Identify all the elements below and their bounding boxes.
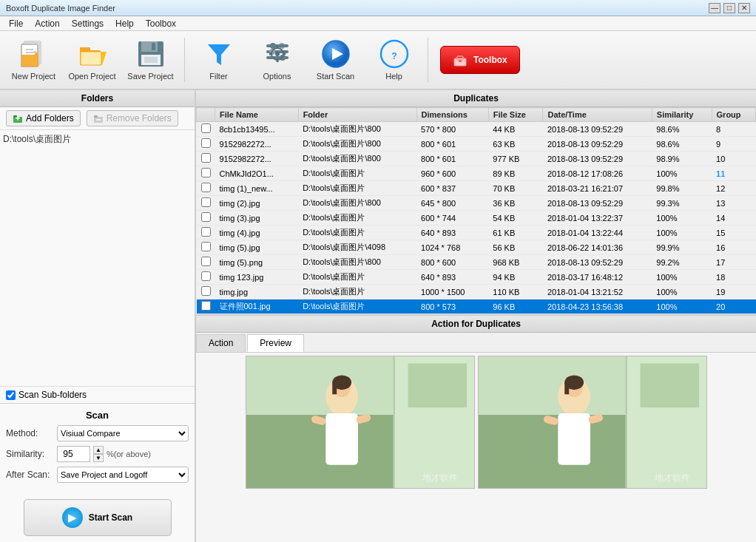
- row-checkbox[interactable]: [201, 183, 211, 192]
- dimensions-cell: 533 * 292: [416, 314, 488, 315]
- svg-rect-25: [276, 59, 278, 62]
- menu-action[interactable]: Action: [29, 17, 65, 30]
- row-checkbox[interactable]: [201, 227, 211, 237]
- folders-header: Folders: [0, 90, 195, 107]
- filename-cell: timg (4).jpg: [215, 226, 299, 240]
- filter-button[interactable]: Filter: [191, 34, 246, 86]
- table-header-row: File Name Folder Dimensions File Size Da…: [197, 108, 756, 122]
- table-row[interactable]: 9152982272...D:\tools\桌面图片\800800 * 6019…: [197, 152, 756, 166]
- table-row[interactable]: timg (5).jpgD:\tools\桌面图片\40981024 * 768…: [197, 240, 756, 255]
- remove-folders-label: Remove Folders: [107, 113, 172, 123]
- filesize-cell: 94 KB: [488, 270, 543, 285]
- dimensions-cell: 800 * 601: [416, 137, 488, 152]
- folder-cell: D:\tools\桌面图片: [298, 270, 416, 285]
- similarity-up[interactable]: ▲: [93, 446, 104, 454]
- table-row[interactable]: timg (5).pngD:\tools\桌面图片\800800 * 60096…: [197, 255, 756, 270]
- table-row[interactable]: 证件照001.jpgD:\tools\桌面图片800 * 57396 KB201…: [197, 299, 756, 314]
- start-scan-button[interactable]: ▶ Start Scan: [24, 499, 172, 536]
- folder-list: D:\tools\桌面图片: [0, 130, 195, 386]
- similarity-down[interactable]: ▼: [93, 454, 104, 462]
- close-button[interactable]: ✕: [738, 3, 750, 13]
- left-panel: Folders + Add Folders Remove Folders: [0, 90, 196, 542]
- svg-rect-45: [408, 364, 466, 408]
- row-checkbox[interactable]: [201, 242, 211, 251]
- dimensions-cell: 600 * 744: [416, 211, 488, 226]
- col-filename[interactable]: File Name: [215, 108, 299, 122]
- menu-toolbox[interactable]: Toolbox: [140, 17, 182, 30]
- col-group[interactable]: Group: [712, 108, 755, 122]
- table-row[interactable]: timg.jpgD:\tools\桌面图片1000 * 1500110 KB20…: [197, 285, 756, 299]
- group-cell: 11: [712, 166, 755, 181]
- tab-action[interactable]: Action: [196, 334, 246, 352]
- scan-subfolders-label: Scan Sub-folders: [18, 390, 87, 400]
- minimize-button[interactable]: —: [709, 3, 720, 13]
- row-checkbox[interactable]: [201, 301, 211, 311]
- menu-settings[interactable]: Settings: [66, 17, 109, 30]
- method-row: Method: Visiual Compare: [6, 425, 189, 441]
- row-checkbox[interactable]: [201, 212, 211, 222]
- save-project-button[interactable]: Save Project: [123, 34, 178, 86]
- similarity-input[interactable]: [57, 446, 90, 462]
- filename-cell: 9152982272...: [215, 152, 299, 166]
- duplicates-header: Duplicates: [196, 90, 756, 107]
- row-checkbox[interactable]: [201, 123, 211, 133]
- main-layout: Folders + Add Folders Remove Folders: [0, 90, 756, 542]
- table-row[interactable]: timg 123.jpgD:\tools\桌面图片640 * 89394 KB2…: [197, 270, 756, 285]
- tab-preview[interactable]: Preview: [247, 334, 304, 352]
- table-row[interactable]: 9152982272...D:\tools\桌面图片\800800 * 6016…: [197, 137, 756, 152]
- row-checkbox[interactable]: [201, 271, 211, 281]
- datetime-cell: 2018-04-23 13:56:38: [543, 299, 652, 314]
- window-controls[interactable]: — □ ✕: [709, 3, 750, 13]
- similarity-spinner[interactable]: ▲ ▼: [93, 446, 104, 462]
- similarity-cell: 99.2%: [652, 255, 712, 270]
- table-row[interactable]: timg (3).jpgD:\tools\桌面图片600 * 74454 KB2…: [197, 211, 756, 226]
- toolbox-button[interactable]: Toolbox: [440, 46, 520, 74]
- svg-rect-4: [26, 52, 36, 53]
- scan-subfolders-checkbox[interactable]: [6, 390, 16, 400]
- after-scan-select[interactable]: Save Project and Logoff: [57, 467, 189, 483]
- toolbar-separator-2: [428, 38, 428, 82]
- maximize-button[interactable]: □: [723, 3, 735, 13]
- open-project-button[interactable]: Open Project: [64, 34, 120, 86]
- start-scan-btn-label: Start Scan: [89, 512, 132, 523]
- remove-folders-button[interactable]: Remove Folders: [87, 110, 178, 126]
- row-checkbox[interactable]: [201, 286, 211, 296]
- table-row[interactable]: 2018-04-08_...D:\tools\桌面图片\6831533 * 29…: [197, 314, 756, 315]
- similarity-suffix: %(or above): [107, 450, 151, 458]
- table-row[interactable]: timg (4).jpgD:\tools\桌面图片640 * 89361 KB2…: [197, 226, 756, 240]
- filename-cell: timg (5).jpg: [215, 240, 299, 255]
- options-button[interactable]: Options: [249, 34, 305, 86]
- new-project-button[interactable]: New Project: [6, 34, 61, 86]
- datetime-cell: 2018-08-13 09:52:29: [543, 255, 652, 270]
- similarity-row: Similarity: ▲ ▼ %(or above): [6, 446, 189, 462]
- start-scan-toolbar-button[interactable]: Start Scan: [308, 34, 363, 86]
- col-similarity[interactable]: Similarity: [652, 108, 712, 122]
- table-row[interactable]: timg (2).jpgD:\tools\桌面图片\800645 * 80036…: [197, 196, 756, 211]
- dimensions-cell: 800 * 601: [416, 152, 488, 166]
- help-button[interactable]: ? Help: [366, 34, 422, 86]
- folder-cell: D:\tools\桌面图片\6831: [298, 314, 416, 315]
- table-row[interactable]: ChMkJId2O1...D:\tools\桌面图片960 * 60089 KB…: [197, 166, 756, 181]
- row-checkbox[interactable]: [201, 138, 211, 148]
- similarity-cell: 98.6%: [652, 122, 712, 137]
- col-dimensions[interactable]: Dimensions: [416, 108, 488, 122]
- table-row[interactable]: timg (1)_new...D:\tools\桌面图片600 * 83770 …: [197, 181, 756, 196]
- col-checkbox: [197, 108, 215, 122]
- row-checkbox[interactable]: [201, 257, 211, 266]
- svg-rect-27: [283, 53, 286, 55]
- add-folders-button[interactable]: + Add Folders: [6, 110, 81, 126]
- scan-section: Scan Method: Visiual Compare Similarity:…: [0, 403, 195, 493]
- row-checkbox[interactable]: [201, 153, 211, 163]
- row-checkbox[interactable]: [201, 197, 211, 207]
- menu-help[interactable]: Help: [109, 17, 140, 30]
- table-row[interactable]: 8cb1cb13495...D:\tools\桌面图片\800570 * 800…: [197, 122, 756, 137]
- col-datetime[interactable]: Date/Time: [543, 108, 652, 122]
- menu-file[interactable]: File: [3, 17, 29, 30]
- start-scan-icon: [321, 39, 351, 69]
- similarity-cell: 100%: [652, 211, 712, 226]
- duplicates-table-container[interactable]: File Name Folder Dimensions File Size Da…: [196, 107, 756, 314]
- method-select[interactable]: Visiual Compare: [57, 425, 189, 441]
- col-filesize[interactable]: File Size: [488, 108, 543, 122]
- row-checkbox[interactable]: [201, 168, 211, 177]
- col-folder[interactable]: Folder: [298, 108, 416, 122]
